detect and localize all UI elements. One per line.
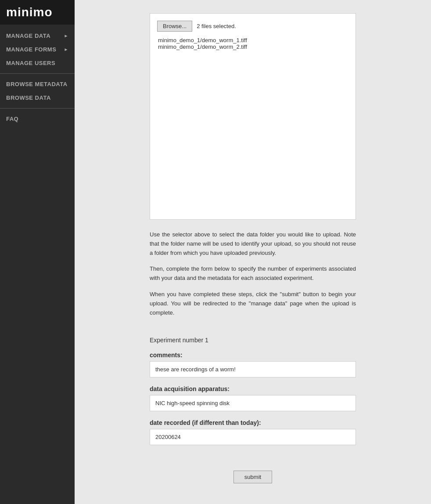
form-area: Experiment number 1 comments: data acqui… <box>150 337 356 453</box>
description-area: Use the selector above to select the dat… <box>150 230 356 324</box>
description-para-1: Use the selector above to select the dat… <box>150 230 356 257</box>
logo-area: minimo <box>0 0 75 25</box>
sidebar-item-faq[interactable]: FAQ <box>0 112 75 126</box>
field-group-comments: comments: <box>150 352 356 377</box>
chevron-right-icon: ► <box>64 33 68 38</box>
comments-input[interactable] <box>150 361 356 377</box>
upload-box: Browse... 2 files selected. minimo_demo_… <box>150 13 356 220</box>
sidebar-item-browse-metadata[interactable]: BROWSE METADATA <box>0 77 75 91</box>
date-input[interactable] <box>150 429 356 445</box>
field-label-apparatus: data acquisition apparatus: <box>150 385 356 392</box>
field-group-apparatus: data acquisition apparatus: <box>150 385 356 411</box>
submit-row: submit <box>88 471 418 497</box>
chevron-right-icon: ► <box>64 47 68 52</box>
sidebar-item-manage-users[interactable]: MANAGE USERS <box>0 56 75 70</box>
field-group-date: date recorded (if different than today): <box>150 419 356 445</box>
experiment-title: Experiment number 1 <box>150 337 356 344</box>
sidebar-item-manage-data[interactable]: MANAGE DATA ► <box>0 29 75 43</box>
file-input-row: Browse... 2 files selected. <box>157 21 348 32</box>
main-content: Browse... 2 files selected. minimo_demo_… <box>75 0 431 504</box>
sidebar-item-browse-data[interactable]: BROWSE DATA <box>0 91 75 105</box>
browse-button[interactable]: Browse... <box>157 21 192 32</box>
logo: minimo <box>6 5 53 19</box>
field-label-comments: comments: <box>150 352 356 359</box>
sidebar-item-label: MANAGE USERS <box>6 60 55 66</box>
sidebar-item-label: BROWSE METADATA <box>6 81 68 87</box>
sidebar-divider-2 <box>0 108 75 109</box>
description-para-3: When you have completed these steps, cli… <box>150 290 356 317</box>
sidebar-item-label: BROWSE DATA <box>6 94 51 101</box>
files-selected-label: 2 files selected. <box>197 23 236 29</box>
apparatus-input[interactable] <box>150 395 356 411</box>
description-para-2: Then, complete the form below to specify… <box>150 265 356 283</box>
file-name-2: minimo_demo_1/demo_worm_2.tiff <box>158 44 348 50</box>
sidebar-item-label: MANAGE DATA <box>6 33 50 39</box>
sidebar: minimo MANAGE DATA ► MANAGE FORMS ► MANA… <box>0 0 75 504</box>
sidebar-item-manage-forms[interactable]: MANAGE FORMS ► <box>0 43 75 56</box>
sidebar-item-label: FAQ <box>6 116 18 122</box>
submit-button[interactable]: submit <box>233 471 272 483</box>
sidebar-item-label: MANAGE FORMS <box>6 46 56 53</box>
file-name-1: minimo_demo_1/demo_worm_1.tiff <box>158 37 348 44</box>
sidebar-nav: MANAGE DATA ► MANAGE FORMS ► MANAGE USER… <box>0 25 75 130</box>
field-label-date: date recorded (if different than today): <box>150 419 356 426</box>
sidebar-divider <box>0 73 75 74</box>
